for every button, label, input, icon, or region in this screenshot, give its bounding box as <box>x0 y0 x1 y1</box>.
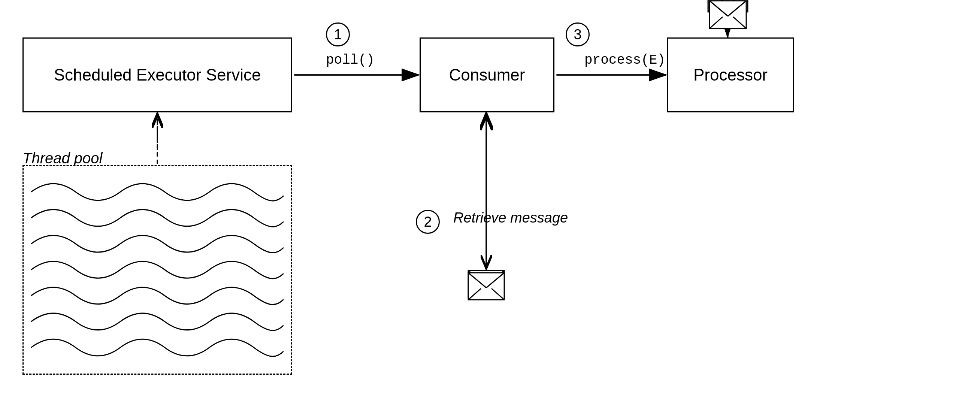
step1-circle: 1 <box>326 22 350 46</box>
envelope-top-svg <box>709 0 747 29</box>
ses-box: Scheduled Executor Service <box>22 37 292 112</box>
wave-container <box>31 173 283 366</box>
step2-label: Retrieve message <box>453 210 568 226</box>
diagram: Scheduled Executor Service Consumer Proc… <box>0 0 980 420</box>
thread-pool-label: Thread pool <box>22 150 102 167</box>
thread-pool-box <box>22 165 292 375</box>
processor-label: Processor <box>694 65 768 84</box>
wave-svg <box>31 173 283 366</box>
step3-circle: 3 <box>566 22 590 46</box>
step1-label: poll() <box>326 52 375 68</box>
ses-label: Scheduled Executor Service <box>54 65 261 84</box>
step2-circle: 2 <box>416 210 440 234</box>
step3-label: process(E) <box>584 52 665 68</box>
consumer-label: Consumer <box>449 65 525 84</box>
envelope-bottom-svg <box>468 272 505 301</box>
processor-box: Processor <box>667 37 794 112</box>
consumer-box: Consumer <box>420 37 554 112</box>
